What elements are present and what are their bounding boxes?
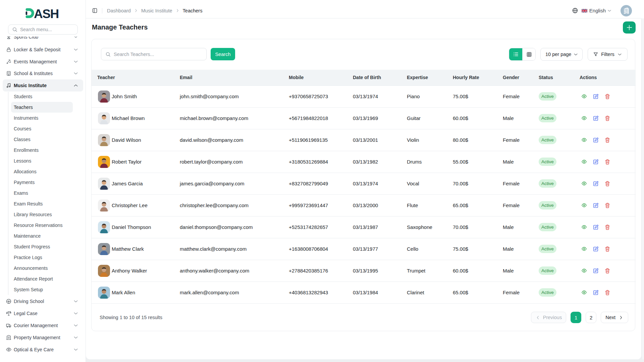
svg-text:ASH: ASH (34, 7, 59, 18)
